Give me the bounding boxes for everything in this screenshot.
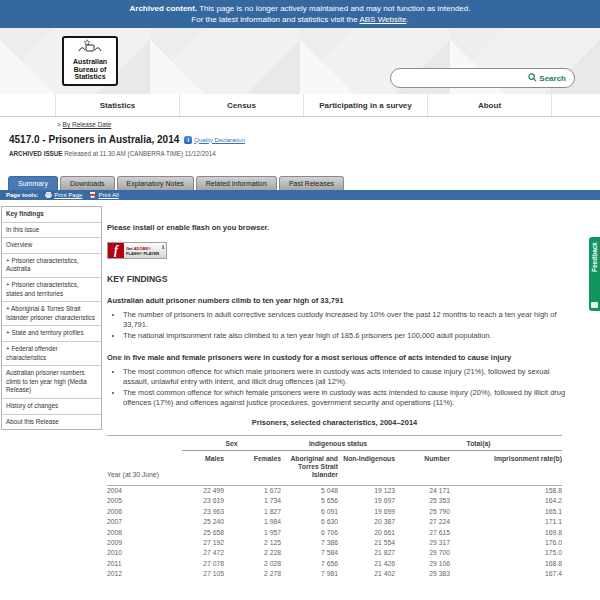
cell-number: 29 700 [395, 548, 450, 558]
group-header-total: Total(a) [395, 436, 562, 451]
section1-bullets: The number of prisoners in adult correct… [123, 310, 575, 341]
search-input[interactable] [391, 74, 522, 83]
sidebar-item-history-of-changes[interactable]: History of changes [2, 399, 101, 415]
flash-badge-text: Get ADOBE® FLASH® PLAYER [124, 243, 161, 258]
cell-year: 2011 [107, 559, 182, 569]
sidebar-item-in-this-issue[interactable]: In this issue [2, 223, 101, 239]
table-group-header-row: Sex Indigenous status Total(a) [107, 436, 562, 451]
cell-males: 25 240 [182, 517, 224, 527]
abs-website-link[interactable]: ABS Website [359, 15, 406, 24]
cell-males: 27 472 [182, 548, 224, 558]
group-spacer [107, 436, 182, 451]
info-icon[interactable]: i [184, 136, 192, 144]
page-tools-bar: Page tools: Print Page Print All [0, 190, 600, 200]
sidebar-item-about-this-release[interactable]: About this Release [2, 415, 101, 430]
get-flash-player-badge[interactable]: f Get ADOBE® FLASH® PLAYER ⬇ [107, 242, 167, 259]
feedback-tab[interactable]: Feedback [589, 237, 600, 311]
column-header-non-indigenous: Non-Indigenous [338, 451, 395, 486]
logo-line-2: Bureau of [64, 66, 116, 74]
print-all-icon [89, 192, 96, 199]
quality-declaration-link[interactable]: Quality Declaration [194, 137, 245, 143]
cell-males: 27 078 [182, 559, 224, 569]
cell-atsi: 5 048 [281, 486, 338, 497]
abs-logo[interactable]: Australian Bureau of Statistics [62, 36, 118, 86]
sidebar-item-atsi-prisoner-characteristics[interactable]: + Aboriginal & Torres Strait Islander pr… [2, 302, 101, 326]
cell-females: 2 125 [224, 538, 281, 548]
nav-item-statistics[interactable]: Statistics [55, 94, 179, 116]
search-button[interactable]: Search [522, 72, 574, 85]
nav-item-participating[interactable]: Participating in a survey [303, 94, 427, 116]
coat-of-arms-icon [75, 40, 105, 57]
print-page-link[interactable]: Print Page [45, 192, 82, 199]
section1-heading: Australian adult prisoner numbers climb … [107, 296, 577, 305]
sidebar-item-federal-offender-characteristics[interactable]: + Federal offender characteristics [2, 342, 101, 366]
archived-issue-label: ARCHIVED ISSUE [9, 150, 63, 157]
cell-non-indigenous: 19 697 [338, 496, 395, 506]
sidebar-item-media-release[interactable]: Australian prisoner numbers climb to ten… [2, 366, 101, 399]
sidebar-item-prisoner-characteristics-states[interactable]: + Prisoner characteristics, states and t… [2, 278, 101, 302]
sidebar-item-overview[interactable]: Overview [2, 238, 101, 254]
table-row: 200623 9631 8276 09119 69925 790165.1 [107, 507, 562, 517]
page-tools-label: Page tools: [6, 192, 38, 198]
tab-summary[interactable]: Summary [8, 176, 58, 190]
banner-line1-bold: Archived content. [130, 4, 198, 13]
table-row: 200422 4991 6725 04819 12324 171158.8 [107, 486, 562, 497]
table-row: 201227 1052 2787 98121 40229 383167.4 [107, 569, 562, 579]
banner-line2-suffix: . [406, 15, 408, 24]
column-header-females: Females [224, 451, 281, 486]
cell-females: 2 278 [224, 569, 281, 579]
cell-atsi: 6 091 [281, 507, 338, 517]
section2-bullets: The most common offence for which male p… [123, 367, 575, 408]
cell-males: 23 963 [182, 507, 224, 517]
print-all-link[interactable]: Print All [89, 192, 118, 199]
search-icon [528, 73, 537, 84]
nav-item-census[interactable]: Census [179, 94, 303, 116]
cell-number: 29 317 [395, 538, 450, 548]
feedback-label: Feedback [591, 242, 598, 272]
breadcrumb-by-release-date-link[interactable]: By Release Date [63, 121, 112, 128]
table-column-header-row: Year (at 30 June) Males Females Aborigin… [107, 451, 562, 486]
tab-explanatory-notes[interactable]: Explanatory Notes [117, 176, 194, 190]
bullet-item: The national imprisonment rate also clim… [123, 331, 575, 341]
main-content: Please install or enable flash on you br… [107, 206, 597, 580]
cell-males: 25 658 [182, 528, 224, 538]
cell-non-indigenous: 21 426 [338, 559, 395, 569]
download-arrow-icon: ⬇ [161, 243, 166, 258]
feedback-comment-icon [591, 302, 598, 308]
nav-items: Statistics Census Participating in a sur… [55, 94, 552, 116]
table-row: 200927 1922 1257 38621 55429 317176.0 [107, 538, 562, 548]
bullet-item: The number of prisoners in adult correct… [123, 310, 575, 330]
archived-content-banner: Archived content. This page is no longer… [0, 0, 600, 28]
sidebar-item-state-territory-profiles[interactable]: + State and territory profiles [2, 326, 101, 342]
cell-non-indigenous: 19 123 [338, 486, 395, 497]
cell-non-indigenous: 20 387 [338, 517, 395, 527]
cell-males: 22 499 [182, 486, 224, 497]
sidebar-item-key-findings[interactable]: Key findings [2, 207, 101, 223]
cell-non-indigenous: 19 699 [338, 507, 395, 517]
logo-line-3: Statistics [64, 73, 116, 81]
cell-rate: 176.0 [450, 538, 562, 548]
breadcrumb-arrow: > [57, 121, 61, 128]
cell-number: 29 383 [395, 569, 450, 579]
cell-rate: 164.2 [450, 496, 562, 506]
cell-females: 1 672 [224, 486, 281, 497]
cell-atsi: 6 706 [281, 528, 338, 538]
cell-number: 24 171 [395, 486, 450, 497]
cell-year: 2010 [107, 548, 182, 558]
cell-year: 2009 [107, 538, 182, 548]
prisoners-table: Sex Indigenous status Total(a) Year (at … [107, 435, 562, 580]
cell-rate: 158.8 [450, 486, 562, 497]
main-navbar: Statistics Census Participating in a sur… [0, 94, 600, 117]
cell-females: 1 984 [224, 517, 281, 527]
table-row: 201027 4722 2287 58421 82729 700175.0 [107, 548, 562, 558]
tab-downloads[interactable]: Downloads [60, 176, 115, 190]
cell-rate: 171.1 [450, 517, 562, 527]
print-all-label: Print All [98, 192, 118, 198]
cell-number: 25 353 [395, 496, 450, 506]
nav-item-about[interactable]: About [427, 94, 552, 116]
table-row: 201127 0782 0287 65621 42629 106168.8 [107, 559, 562, 569]
tab-related-information[interactable]: Related Information [196, 176, 277, 190]
tab-past-releases[interactable]: Past Releases [279, 176, 344, 190]
banner-line2-prefix: For the latest information and statistic… [191, 15, 359, 24]
sidebar-item-prisoner-characteristics-australia[interactable]: + Prisoner characteristics, Australia [2, 254, 101, 278]
